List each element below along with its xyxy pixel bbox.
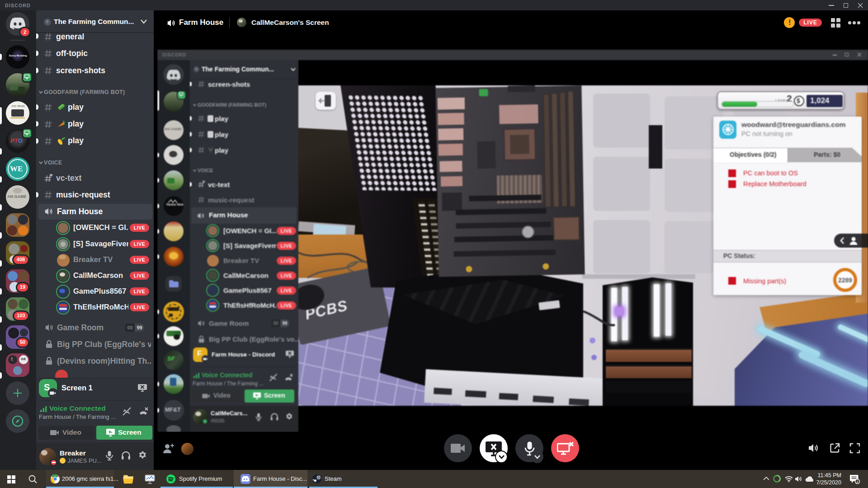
svg-text:2: 2	[856, 480, 859, 484]
